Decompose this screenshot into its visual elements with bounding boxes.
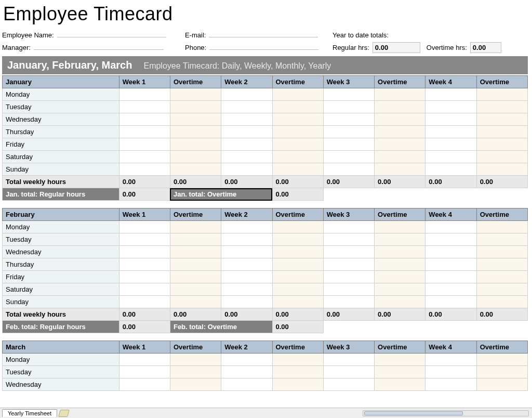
cell[interactable] (170, 233, 221, 246)
cell[interactable] (425, 258, 476, 271)
cell[interactable] (119, 258, 170, 271)
cell[interactable] (170, 283, 221, 296)
cell[interactable] (425, 151, 476, 163)
cell[interactable] (375, 126, 425, 138)
cell[interactable] (375, 283, 425, 296)
cell[interactable] (272, 233, 323, 246)
cell[interactable] (323, 101, 374, 113)
cell[interactable] (221, 283, 272, 296)
cell[interactable] (425, 366, 476, 378)
cell[interactable] (476, 354, 527, 366)
cell[interactable] (425, 283, 476, 296)
cell[interactable] (323, 354, 374, 366)
cell[interactable] (476, 233, 527, 246)
cell[interactable] (323, 378, 374, 391)
cell[interactable] (375, 366, 425, 378)
cell[interactable] (323, 366, 374, 378)
cell[interactable] (272, 378, 323, 391)
cell[interactable] (323, 113, 374, 126)
cell[interactable] (375, 296, 425, 308)
cell[interactable] (119, 221, 170, 233)
cell[interactable] (375, 151, 425, 163)
cell[interactable] (272, 126, 323, 138)
cell[interactable] (170, 88, 221, 101)
cell[interactable] (425, 113, 476, 126)
cell[interactable] (272, 221, 323, 233)
cell[interactable] (170, 163, 221, 176)
cell[interactable] (170, 271, 221, 283)
cell[interactable] (119, 283, 170, 296)
email-input[interactable] (209, 30, 318, 37)
cell[interactable] (272, 138, 323, 151)
cell[interactable] (323, 163, 374, 176)
cell[interactable] (119, 163, 170, 176)
cell[interactable] (119, 366, 170, 378)
cell[interactable] (476, 151, 527, 163)
cell[interactable] (476, 296, 527, 308)
cell[interactable] (119, 271, 170, 283)
cell[interactable] (323, 138, 374, 151)
cell[interactable] (170, 296, 221, 308)
cell[interactable] (375, 246, 425, 258)
cell[interactable] (375, 138, 425, 151)
cell[interactable] (221, 221, 272, 233)
cell[interactable] (323, 296, 374, 308)
cell[interactable] (476, 163, 527, 176)
cell[interactable] (425, 88, 476, 101)
cell[interactable] (375, 88, 425, 101)
scrollbar-thumb[interactable] (364, 411, 463, 415)
cell[interactable] (375, 113, 425, 126)
cell[interactable] (425, 163, 476, 176)
manager-input[interactable] (34, 43, 164, 50)
cell[interactable] (375, 233, 425, 246)
cell[interactable] (425, 221, 476, 233)
cell[interactable] (119, 138, 170, 151)
cell[interactable] (221, 101, 272, 113)
cell[interactable] (272, 113, 323, 126)
cell[interactable] (476, 246, 527, 258)
cell[interactable] (425, 354, 476, 366)
phone-input[interactable] (209, 43, 318, 50)
cell[interactable] (221, 296, 272, 308)
cell[interactable] (476, 283, 527, 296)
cell[interactable] (170, 113, 221, 126)
cell[interactable] (119, 296, 170, 308)
month-ot-label[interactable]: Jan. total: Overtime (170, 188, 272, 201)
cell[interactable] (323, 151, 374, 163)
cell[interactable] (221, 354, 272, 366)
cell[interactable] (170, 366, 221, 378)
cell[interactable] (375, 221, 425, 233)
cell[interactable] (323, 271, 374, 283)
cell[interactable] (272, 366, 323, 378)
cell[interactable] (476, 378, 527, 391)
cell[interactable] (119, 113, 170, 126)
cell[interactable] (221, 88, 272, 101)
cell[interactable] (323, 221, 374, 233)
cell[interactable] (476, 366, 527, 378)
cell[interactable] (221, 126, 272, 138)
cell[interactable] (375, 378, 425, 391)
cell[interactable] (170, 126, 221, 138)
cell[interactable] (119, 151, 170, 163)
cell[interactable] (476, 88, 527, 101)
cell[interactable] (272, 283, 323, 296)
cell[interactable] (119, 101, 170, 113)
cell[interactable] (476, 221, 527, 233)
cell[interactable] (170, 258, 221, 271)
cell[interactable] (272, 258, 323, 271)
cell[interactable] (272, 101, 323, 113)
cell[interactable] (425, 138, 476, 151)
cell[interactable] (272, 151, 323, 163)
cell[interactable] (375, 101, 425, 113)
tab-yearly-timesheet[interactable]: Yearly Timesheet (2, 409, 57, 417)
cell[interactable] (375, 163, 425, 176)
cell[interactable] (425, 296, 476, 308)
cell[interactable] (170, 246, 221, 258)
cell[interactable] (323, 258, 374, 271)
cell[interactable] (476, 101, 527, 113)
cell[interactable] (221, 258, 272, 271)
cell[interactable] (221, 163, 272, 176)
cell[interactable] (476, 126, 527, 138)
cell[interactable] (323, 233, 374, 246)
cell[interactable] (119, 233, 170, 246)
